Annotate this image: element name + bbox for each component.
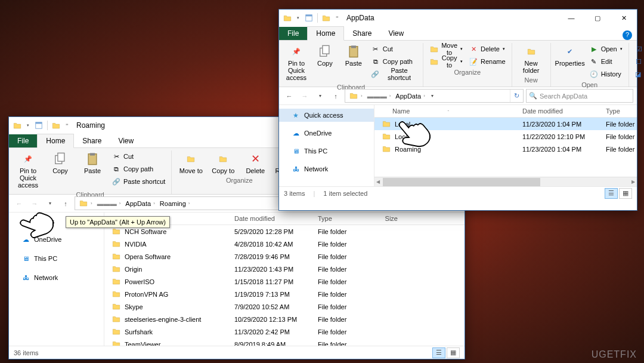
table-row[interactable]: PowerISO1/15/2018 11:27 PMFile folder bbox=[104, 275, 465, 288]
dropdown-icon[interactable]: ▾ bbox=[293, 13, 303, 23]
properties-icon[interactable] bbox=[304, 13, 314, 23]
search-input[interactable]: 🔍Search AppData bbox=[526, 89, 633, 103]
up-button[interactable]: ↑ bbox=[329, 90, 342, 103]
item-count: 36 items bbox=[14, 349, 39, 356]
select-all-button[interactable]: ☑Select all bbox=[634, 43, 644, 55]
maximize-button[interactable]: ▢ bbox=[584, 10, 611, 26]
pin-quick-access-button[interactable]: 📌Pin to Quick access bbox=[14, 150, 42, 190]
help-button[interactable]: ? bbox=[623, 30, 632, 40]
back-button[interactable]: ← bbox=[13, 197, 26, 210]
select-none-button[interactable]: ☐Select none bbox=[634, 56, 644, 67]
status-bar: 3 items | 1 item selected ☰ ▦ bbox=[279, 186, 637, 199]
minimize-button[interactable]: — bbox=[558, 10, 584, 26]
copy-to-button[interactable]: Copy to bbox=[209, 150, 237, 176]
tab-file[interactable]: File bbox=[279, 27, 307, 40]
tab-view[interactable]: View bbox=[380, 27, 412, 40]
history-button[interactable]: 🕘History bbox=[588, 68, 624, 80]
nav-item-thispc[interactable]: 🖥This PC bbox=[9, 252, 104, 265]
dropdown-icon[interactable]: ▾ bbox=[23, 121, 33, 130]
icons-view-button[interactable]: ▦ bbox=[447, 347, 460, 358]
tab-share[interactable]: Share bbox=[74, 134, 110, 147]
table-row[interactable]: Surfshark11/3/2020 2:42 PMFile folder bbox=[104, 325, 465, 338]
table-row[interactable]: Opera Software7/28/2019 9:46 PMFile fold… bbox=[104, 250, 465, 263]
nav-item-network[interactable]: 🖧Network bbox=[279, 162, 374, 176]
cut-button[interactable]: ✂Cut bbox=[110, 150, 166, 162]
move-to-icon bbox=[429, 44, 439, 54]
search-icon: 🔍 bbox=[529, 92, 537, 100]
rename-button[interactable]: 📝Rename bbox=[467, 56, 507, 67]
table-row[interactable]: Origin11/23/2020 1:43 PMFile folder bbox=[104, 263, 465, 275]
tab-home[interactable]: Home bbox=[37, 134, 74, 148]
properties-icon[interactable] bbox=[34, 121, 44, 130]
table-row[interactable]: Skype7/9/2020 10:52 AMFile folder bbox=[104, 300, 465, 313]
folder-icon bbox=[283, 13, 292, 23]
tab-home[interactable]: Home bbox=[307, 26, 344, 41]
copy-button[interactable]: Copy bbox=[46, 150, 75, 176]
pin-quick-access-button[interactable]: 📌Pin to Quick access bbox=[284, 43, 309, 82]
open-icon: ▶ bbox=[589, 44, 599, 54]
table-row[interactable]: steelseries-engine-3-client10/29/2020 12… bbox=[104, 313, 465, 325]
delete-button[interactable]: ✕Delete▾ bbox=[467, 43, 507, 55]
forward-button[interactable]: → bbox=[28, 197, 41, 210]
nav-item-thispc[interactable]: 🖥This PC bbox=[279, 144, 374, 158]
history-dropdown[interactable]: ▾ bbox=[428, 93, 437, 99]
rename-icon: 📝 bbox=[469, 57, 478, 66]
refresh-button[interactable]: ↻ bbox=[510, 90, 523, 102]
hand-cursor-1 bbox=[19, 209, 52, 242]
overflow-icon[interactable]: ⁼ bbox=[62, 121, 72, 130]
table-row[interactable]: NVIDIA4/28/2018 10:42 AMFile folder bbox=[104, 238, 465, 250]
sort-asc-icon: ˆ bbox=[447, 109, 449, 115]
selection-count: 1 item selected bbox=[323, 190, 367, 197]
tab-share[interactable]: Share bbox=[344, 27, 380, 40]
nav-item-quick-access[interactable]: ★Quick access bbox=[279, 109, 374, 122]
file-list[interactable]: Name Date modified Type Size NCH Softwar… bbox=[104, 213, 465, 346]
icons-view-button[interactable]: ▦ bbox=[619, 188, 632, 199]
breadcrumb[interactable]: › ▬▬▬› AppData› ▾ ↻ bbox=[345, 89, 524, 103]
details-view-button[interactable]: ☰ bbox=[605, 188, 618, 199]
copy-to-button[interactable]: Copy to▾ bbox=[428, 56, 464, 67]
watermark: UGETFIX bbox=[592, 349, 637, 360]
column-headers[interactable]: Name ˆ Date modified Type Size bbox=[374, 105, 637, 118]
paste-shortcut-button[interactable]: 🔗Paste shortcut bbox=[110, 176, 166, 187]
invert-selection-button[interactable]: ◪Invert selection bbox=[634, 68, 644, 80]
tab-view[interactable]: View bbox=[110, 134, 142, 147]
new-folder-button[interactable]: New folder bbox=[517, 43, 546, 75]
star-icon: ★ bbox=[291, 110, 301, 120]
move-to-button[interactable]: Move to▾ bbox=[428, 43, 464, 55]
recent-dropdown[interactable]: ▾ bbox=[314, 90, 327, 103]
open-button[interactable]: ▶Open▾ bbox=[588, 43, 624, 55]
close-button[interactable]: ✕ bbox=[611, 10, 637, 26]
copy-button[interactable]: Copy bbox=[312, 43, 338, 68]
delete-button[interactable]: ✕Delete bbox=[241, 150, 270, 176]
move-to-button[interactable]: Move to bbox=[177, 150, 205, 176]
nav-item-onedrive[interactable]: ☁OneDrive bbox=[279, 127, 374, 140]
item-count: 3 items bbox=[284, 190, 305, 197]
copy-path-button[interactable]: ⧉Copy path bbox=[370, 56, 418, 67]
nav-item-network[interactable]: 🖧Network bbox=[9, 271, 104, 284]
paste-shortcut-button[interactable]: 🔗Paste shortcut bbox=[370, 68, 418, 80]
folder-icon bbox=[321, 13, 331, 23]
address-bar: ← → ▾ ↑ › ▬▬▬› AppData› ▾ ↻ 🔍Search AppD… bbox=[279, 87, 637, 105]
paste-button[interactable]: Paste bbox=[78, 150, 107, 176]
ribbon: 📌Pin to Quick access Copy Paste ✂Cut ⧉Co… bbox=[279, 41, 637, 87]
cut-button[interactable]: ✂Cut bbox=[370, 43, 418, 55]
properties-button[interactable]: ✔Properties bbox=[556, 43, 584, 68]
table-row[interactable]: ProtonVPN AG1/19/2019 7:13 PMFile folder bbox=[104, 288, 465, 300]
table-row[interactable]: TeamViewer8/9/2019 8:49 AMFile folder bbox=[104, 338, 465, 346]
overflow-icon[interactable]: ⁼ bbox=[332, 13, 342, 23]
back-button[interactable]: ← bbox=[283, 90, 296, 103]
edit-icon: ✎ bbox=[589, 57, 599, 66]
tab-file[interactable]: File bbox=[9, 134, 37, 147]
horizontal-scrollbar[interactable]: ◀▶ bbox=[374, 177, 637, 186]
invert-icon: ◪ bbox=[635, 69, 642, 79]
paste-button[interactable]: Paste bbox=[341, 43, 366, 68]
svg-rect-3 bbox=[58, 153, 64, 161]
cut-icon: ✂ bbox=[371, 44, 380, 54]
edit-button[interactable]: ✎Edit bbox=[588, 56, 624, 67]
up-button[interactable]: ↑ bbox=[59, 197, 72, 210]
forward-button[interactable]: → bbox=[298, 90, 311, 103]
network-icon: 🖧 bbox=[291, 164, 301, 174]
copy-path-button[interactable]: ⧉Copy path bbox=[110, 163, 166, 175]
recent-dropdown[interactable]: ▾ bbox=[44, 197, 57, 210]
details-view-button[interactable]: ☰ bbox=[432, 347, 445, 358]
